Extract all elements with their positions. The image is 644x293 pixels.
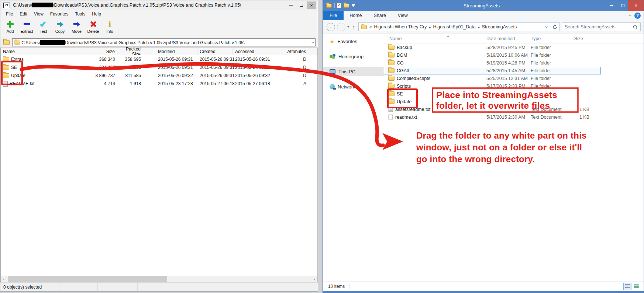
qat-customize-icon[interactable] (352, 4, 355, 7)
column-header-size[interactable]: Size (569, 36, 600, 41)
list-item-selected[interactable]: CGAlt 5/28/2015 1:45 AM File folder (384, 67, 601, 74)
menu-help[interactable]: Help (89, 10, 104, 18)
folder-icon (388, 76, 395, 81)
column-header-attributes[interactable]: Attributes (268, 48, 317, 55)
column-header-accessed[interactable]: Accessed (233, 48, 268, 55)
column-header-type[interactable]: Type (529, 36, 569, 41)
file-icon (389, 107, 393, 112)
list-item[interactable]: SE (384, 90, 644, 98)
column-header-size[interactable]: Size (86, 48, 117, 55)
forward-button[interactable]: → (337, 23, 345, 31)
table-row[interactable]: Update 3 896 737 811 585 2015-05-26 09:3… (1, 71, 317, 80)
tab-view[interactable]: View (392, 11, 414, 20)
sidebar-item-network[interactable]: Network (323, 82, 384, 91)
delete-button[interactable]: Delete (85, 19, 101, 34)
7zip-file-list: Extras 368 340 358 695 2015-05-26 09:31 … (1, 55, 317, 276)
menu-edit[interactable]: Edit (16, 10, 31, 18)
breadcrumb-overflow-icon[interactable]: « (369, 24, 372, 29)
list-item[interactable]: Update (384, 98, 644, 105)
ribbon-expand-icon[interactable] (628, 13, 631, 16)
breadcrumb-item[interactable]: Higurashi When They Cry (374, 24, 427, 29)
list-item[interactable]: readme.txt 5/17/2015 2:30 AM Text Docume… (384, 113, 644, 121)
7zip-window-title: C:\Users\\Downloads\PS3.Voice.and.Graphi… (13, 3, 285, 8)
file-modified: 2015-05-26 09:31 (143, 65, 197, 70)
recent-locations-dropdown-icon[interactable] (347, 26, 349, 28)
extract-icon (24, 23, 30, 25)
move-button[interactable]: Move (68, 19, 85, 34)
minimize-button[interactable] (606, 0, 617, 11)
file-name: Update (11, 73, 25, 78)
file-name: Extras (11, 57, 24, 62)
info-button[interactable]: iInfo (101, 19, 118, 34)
back-button[interactable]: ← (327, 23, 335, 31)
up-button[interactable]: ↑ (351, 24, 357, 30)
file-type: File folder (529, 68, 569, 73)
list-item[interactable]: BGM 5/19/2015 10:06 AM File folder (384, 51, 644, 59)
list-item[interactable]: assetsreadme.txt Text Document 1 KB (384, 105, 644, 113)
file-type: File folder (529, 53, 569, 58)
scrollbar-track[interactable] (7, 276, 311, 282)
column-header-name[interactable]: Name (1, 48, 86, 55)
sidebar-item-homegroup[interactable]: Homegroup (323, 52, 384, 61)
sidebar-item-favorites[interactable]: ★Favorites (323, 37, 384, 46)
explorer-app-icon (326, 3, 332, 8)
help-button[interactable]: ? (634, 13, 641, 19)
minimize-button[interactable] (286, 1, 296, 9)
address-path: C:\Users\Downloads\PS3.Voice.and.Graphic… (20, 40, 309, 45)
file-attributes: D (268, 57, 317, 62)
file-date: 5/28/2015 9:45 PM (483, 45, 529, 50)
scrollbar-thumb[interactable] (8, 276, 167, 282)
folder-icon (388, 99, 395, 104)
test-icon (40, 21, 46, 27)
qat-properties-icon[interactable] (337, 3, 341, 8)
column-header-created[interactable]: Created (197, 48, 233, 55)
list-item[interactable]: CompiledScripts 5/25/2015 12:31 AM File … (384, 74, 644, 82)
menu-tools[interactable]: Tools (72, 10, 89, 18)
test-button[interactable]: Test (35, 19, 52, 34)
7zip-window: 7z C:\Users\\Downloads\PS3.Voice.and.Gra… (0, 0, 318, 292)
add-button[interactable]: Add (2, 19, 18, 34)
extract-button[interactable]: Extract (18, 19, 35, 34)
details-view-button[interactable] (623, 283, 631, 290)
menu-view[interactable]: View (31, 10, 47, 18)
list-item[interactable]: Backup 5/28/2015 9:45 PM File folder (384, 43, 644, 51)
scroll-left-icon[interactable]: ‹ (1, 276, 7, 282)
menu-favorites[interactable]: Favorites (47, 10, 72, 18)
tab-home[interactable]: Home (344, 11, 368, 20)
tab-share[interactable]: Share (368, 11, 392, 20)
column-header-date-modified[interactable]: Date modified (483, 36, 529, 41)
breadcrumb-item[interactable]: StreamingAssets (482, 24, 517, 29)
sidebar-item-this-pc[interactable]: This PC (323, 67, 384, 76)
info-icon: i (109, 21, 111, 28)
column-header-packed-size[interactable]: Packed Size (117, 48, 143, 55)
address-bar[interactable]: « Higurashi When They Cry ▸ HigurashiEp0… (358, 22, 560, 31)
search-input[interactable]: Search StreamingAssets (562, 22, 641, 31)
tab-file[interactable]: File (323, 11, 344, 20)
table-row[interactable]: Extras 368 340 358 695 2015-05-26 09:31 … (1, 55, 317, 63)
list-item[interactable]: CG 5/19/2015 4:28 PM File folder (384, 59, 644, 67)
close-button[interactable]: × (307, 1, 316, 9)
maximize-button[interactable] (296, 1, 306, 9)
thumbnails-view-button[interactable] (633, 283, 641, 290)
close-button[interactable]: × (628, 0, 644, 11)
file-packed-size: 214 565 (117, 65, 143, 70)
copy-button[interactable]: Copy (52, 19, 68, 34)
list-item[interactable]: Scripts 5/17/2015 2:33 PM File folder (384, 82, 644, 90)
scroll-right-icon[interactable]: › (311, 276, 317, 282)
table-row[interactable]: SE 234 467 214 565 2015-05-26 09:31 2015… (1, 63, 317, 71)
address-dropdown-icon[interactable] (543, 26, 550, 28)
horizontal-scrollbar[interactable]: ‹ › (1, 276, 317, 282)
file-date: 5/28/2015 1:45 AM (483, 68, 529, 73)
up-one-level-button[interactable]: ↑ (2, 38, 11, 46)
menu-file[interactable]: File (3, 10, 16, 18)
column-header-name[interactable]: Name (384, 36, 483, 41)
maximize-button[interactable] (617, 0, 628, 11)
breadcrumb-item[interactable]: HigurashiEp01_Data (433, 24, 475, 29)
address-dropdown-button[interactable] (309, 39, 315, 46)
address-combobox[interactable]: C:\Users\Downloads\PS3.Voice.and.Graphic… (12, 38, 316, 46)
file-modified: 2015-05-26 09:31 (143, 57, 197, 62)
table-row[interactable]: README.txt 4 714 1 918 2015-05-23 17:28 … (1, 80, 317, 88)
refresh-button[interactable] (550, 23, 559, 31)
qat-new-folder-icon[interactable] (344, 3, 349, 8)
column-header-modified[interactable]: Modified (143, 48, 197, 55)
